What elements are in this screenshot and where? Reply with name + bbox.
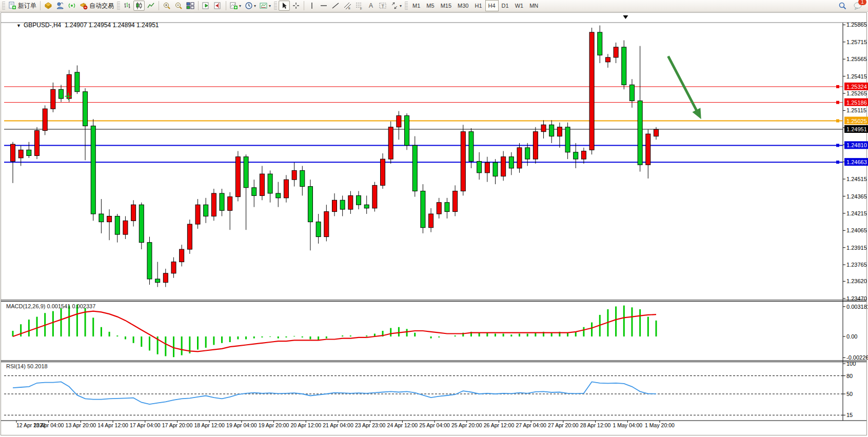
chart-shift-button[interactable] (212, 1, 224, 11)
level-line-handle[interactable] (836, 144, 839, 147)
candlestick (107, 216, 112, 222)
candlestick (388, 127, 393, 159)
dropdown-caret-icon: ▾ (400, 4, 402, 8)
chat-button[interactable]: 1 (852, 1, 864, 11)
hline-tool-button[interactable] (318, 1, 329, 11)
candlestick (35, 130, 40, 155)
date-label: 13 Apr 04:00 (33, 422, 64, 428)
candlestick (485, 163, 489, 173)
candlestick (405, 116, 409, 146)
candlestick (541, 125, 546, 131)
channel-tool-button[interactable]: E (342, 1, 353, 11)
crosshair-button[interactable] (290, 1, 302, 11)
candlestick (357, 195, 361, 205)
candlestick (260, 174, 264, 195)
dropdown-caret-icon: ▾ (269, 4, 271, 8)
macd-tick-label: 0.00 (846, 333, 857, 340)
timeframe-button-h1[interactable]: H1 (471, 0, 485, 11)
tile-windows-button[interactable] (185, 1, 196, 11)
candlestick (220, 193, 224, 210)
candlestick (59, 89, 64, 98)
indicators-button[interactable]: ▾ (228, 1, 243, 11)
date-label: 17 Apr 04:00 (130, 422, 161, 428)
level-line-handle[interactable] (836, 120, 839, 123)
candlestick (83, 92, 88, 126)
timeframe-button-m1[interactable]: M1 (409, 0, 423, 11)
price-tick-label: 1.24215 (846, 210, 867, 216)
date-label: 14 Apr 12:00 (97, 422, 128, 428)
timeframe-button-m15[interactable]: M15 (438, 0, 455, 11)
cursor-button[interactable] (279, 1, 290, 11)
date-label: 27 Apr 20:00 (548, 422, 579, 428)
date-label: 25 Apr 04:00 (419, 422, 450, 428)
price-tick-label: 1.25115 (846, 107, 866, 113)
zoom-in-button[interactable] (161, 1, 172, 11)
level-line-handle[interactable] (836, 161, 839, 164)
candlestick (155, 279, 160, 283)
candlestick (557, 127, 562, 136)
timeframe-button-m5[interactable]: M5 (423, 0, 437, 11)
auto-scroll-button[interactable] (201, 1, 212, 11)
candlestick (324, 212, 329, 237)
timeframe-button-d1[interactable]: D1 (499, 0, 512, 11)
chart-background (0, 12, 868, 437)
candlestick (437, 203, 441, 214)
periods-button[interactable]: ▾ (243, 1, 258, 11)
candlestick (91, 126, 95, 214)
trading-platform-window: 新订单 (0, 0, 868, 437)
candlestick (332, 200, 337, 211)
price-badge-label: 1.24663 (846, 159, 867, 165)
signals-button[interactable] (66, 1, 77, 11)
collapse-triangle-icon[interactable]: ▼ (16, 23, 21, 28)
text-tool-button[interactable]: A (365, 1, 377, 11)
market-watch-button[interactable] (54, 1, 66, 11)
candlestick (525, 148, 530, 159)
candlestick (549, 125, 554, 136)
candlestick (180, 249, 184, 262)
timeframe-button-w1[interactable]: W1 (512, 0, 527, 11)
rsi-tick-label: 15 (846, 412, 853, 418)
auto-trading-button[interactable]: 自动交易 (78, 1, 115, 11)
toolbar-grip[interactable] (405, 2, 408, 10)
chart-area[interactable]: 1.258651.257151.255651.254151.252651.251… (0, 12, 868, 437)
candlestick (453, 191, 458, 211)
new-order-button[interactable]: 新订单 (7, 1, 38, 11)
template-icon (260, 2, 268, 10)
arrows-tool-button[interactable]: ▾ (389, 1, 403, 11)
dropdown-caret-icon: ▾ (254, 4, 256, 8)
candlestick (187, 224, 192, 249)
timeframe-button-mn[interactable]: MN (526, 0, 541, 11)
tile-windows-icon (186, 2, 194, 10)
vertical-line-icon (308, 2, 316, 10)
svg-text:F: F (360, 7, 362, 10)
trendline-tool-button[interactable] (330, 1, 341, 11)
candlestick (605, 57, 610, 62)
rsi-tick-label: 80 (846, 373, 853, 379)
candlestick (211, 193, 216, 216)
vline-tool-button[interactable] (306, 1, 318, 11)
toolbar-grip[interactable] (117, 2, 120, 10)
level-line-handle[interactable] (836, 101, 839, 104)
timeframe-toolbar: M1M5M15M30H1H4D1W1MN (409, 0, 541, 11)
zoom-out-icon (174, 2, 183, 10)
candlestick (646, 134, 650, 165)
level-line-handle[interactable] (836, 85, 839, 88)
candlestick (565, 127, 570, 152)
fibonacci-tool-button[interactable]: F (353, 1, 365, 11)
candlestick (629, 85, 634, 101)
candlestick (412, 145, 417, 191)
zoom-out-button[interactable] (173, 1, 184, 11)
toolbar-grip[interactable] (274, 2, 277, 10)
line-chart-button[interactable] (145, 1, 156, 11)
price-badge-label: 1.24810 (846, 142, 867, 148)
symbols-button[interactable] (43, 1, 54, 11)
search-button[interactable] (837, 1, 849, 11)
bar-chart-button[interactable] (122, 1, 133, 11)
timeframe-button-h4[interactable]: H4 (485, 0, 499, 11)
toolbar-grip[interactable] (2, 2, 5, 10)
label-tool-button[interactable]: T (377, 1, 388, 11)
arrow-objects-icon (390, 2, 399, 10)
candle-chart-button[interactable] (133, 1, 145, 11)
timeframe-button-m30[interactable]: M30 (455, 0, 471, 11)
templates-button[interactable]: ▾ (258, 1, 272, 11)
